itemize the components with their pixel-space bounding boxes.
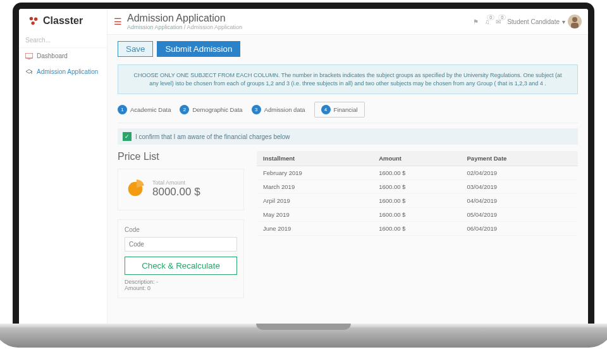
breadcrumb-current: Admission Application bbox=[187, 24, 243, 30]
installments-table: Installment Amount Payment Date February… bbox=[257, 151, 578, 236]
total-amount-card: Total Amount 8000.00 $ bbox=[118, 169, 244, 210]
flag-icon[interactable]: ⚑ bbox=[473, 18, 479, 25]
info-banner: CHOOSE ONLY ONE SUBJECT FROM EACH COLUMN… bbox=[118, 64, 578, 94]
svg-point-2 bbox=[31, 21, 34, 25]
brand-name: Classter bbox=[43, 15, 83, 27]
tab-financial[interactable]: 4Financial bbox=[314, 102, 365, 118]
mail-icon[interactable]: ✉0 bbox=[496, 18, 501, 25]
cell-date: 03/04/2019 bbox=[461, 180, 578, 194]
code-card: Code Check & Recalculate Description: - … bbox=[118, 219, 244, 298]
check-recalculate-button[interactable]: Check & Recalculate bbox=[125, 257, 237, 275]
cell-amount: 1600.00 $ bbox=[372, 194, 460, 208]
cell-installment: March 2019 bbox=[257, 180, 372, 194]
svg-rect-3 bbox=[25, 53, 33, 58]
tab-admission-data[interactable]: 3Admission data bbox=[252, 105, 305, 114]
user-menu[interactable]: Student Candidate ▾ bbox=[507, 15, 582, 28]
breadcrumb: Admission Application / Admission Applic… bbox=[127, 24, 242, 30]
topbar: ☰ Admission Application Admission Applic… bbox=[107, 9, 588, 35]
svg-point-0 bbox=[30, 17, 33, 20]
cell-amount: 1600.00 $ bbox=[372, 222, 460, 236]
brand: Classter bbox=[19, 9, 107, 33]
cell-installment: Arpil 2019 bbox=[257, 194, 372, 208]
sidebar-item-label: Dashboard bbox=[37, 52, 68, 59]
breadcrumb-root[interactable]: Admission Application bbox=[127, 24, 183, 30]
confirm-label: I confirm that I am aware of the financi… bbox=[135, 133, 290, 140]
main: ☰ Admission Application Admission Applic… bbox=[107, 9, 588, 331]
total-amount-label: Total Amount bbox=[152, 179, 200, 186]
user-label: Student Candidate bbox=[507, 18, 560, 25]
hamburger-menu-icon[interactable]: ☰ bbox=[114, 16, 122, 27]
tab-academic-data[interactable]: 1Academic Data bbox=[118, 105, 171, 114]
brand-logo-icon bbox=[28, 15, 39, 27]
code-label: Code bbox=[125, 226, 237, 233]
table-row: February 20191600.00 $02/04/2019 bbox=[257, 166, 578, 180]
pie-chart-icon bbox=[125, 178, 146, 200]
confirm-checkbox-row[interactable]: ✓ I confirm that I am aware of the finan… bbox=[118, 128, 578, 145]
cell-date: 04/04/2019 bbox=[461, 194, 578, 208]
save-button[interactable]: Save bbox=[118, 41, 153, 57]
sidebar-search[interactable]: Search... bbox=[19, 33, 107, 48]
checkmark-icon: ✓ bbox=[123, 132, 132, 141]
wizard-steps: 1Academic Data 2Demographic Data 3Admiss… bbox=[118, 102, 578, 123]
sidebar-item-label: Admission Application bbox=[37, 68, 98, 75]
col-installment: Installment bbox=[257, 151, 372, 166]
col-amount: Amount bbox=[372, 151, 460, 166]
sidebar: Classter Search... Dashboard Admission A… bbox=[19, 9, 107, 331]
cell-date: 06/04/2019 bbox=[461, 222, 578, 236]
tab-demographic-data[interactable]: 2Demographic Data bbox=[180, 105, 242, 114]
caret-down-icon: ▾ bbox=[562, 18, 565, 25]
cell-date: 05/04/2019 bbox=[461, 208, 578, 222]
cell-installment: February 2019 bbox=[257, 166, 372, 180]
page-title: Admission Application bbox=[127, 13, 242, 24]
price-list-heading: Price List bbox=[118, 151, 244, 162]
table-row: March 20191600.00 $03/04/2019 bbox=[257, 180, 578, 194]
monitor-icon bbox=[25, 53, 33, 59]
table-row: May 20191600.00 $05/04/2019 bbox=[257, 208, 578, 222]
total-amount-value: 8000.00 $ bbox=[152, 186, 200, 198]
col-date: Payment Date bbox=[461, 151, 578, 166]
sidebar-item-admission[interactable]: Admission Application bbox=[19, 64, 107, 80]
code-input[interactable] bbox=[125, 237, 237, 252]
amount-line: Amount: 0 bbox=[125, 285, 237, 291]
cell-date: 02/04/2019 bbox=[461, 166, 578, 180]
notification-bell-icon[interactable]: ♫0 bbox=[485, 18, 490, 25]
sidebar-item-dashboard[interactable]: Dashboard bbox=[19, 48, 107, 64]
avatar bbox=[568, 15, 582, 28]
graduation-cap-icon bbox=[25, 69, 33, 75]
table-row: June 20191600.00 $06/04/2019 bbox=[257, 222, 578, 236]
table-row: Arpil 20191600.00 $04/04/2019 bbox=[257, 194, 578, 208]
description-line: Description: - bbox=[125, 279, 237, 285]
cell-installment: June 2019 bbox=[257, 222, 372, 236]
svg-point-1 bbox=[34, 18, 37, 21]
cell-installment: May 2019 bbox=[257, 208, 372, 222]
cell-amount: 1600.00 $ bbox=[372, 166, 460, 180]
cell-amount: 1600.00 $ bbox=[372, 180, 460, 194]
cell-amount: 1600.00 $ bbox=[372, 208, 460, 222]
submit-admission-button[interactable]: Submit Admission bbox=[157, 41, 240, 57]
